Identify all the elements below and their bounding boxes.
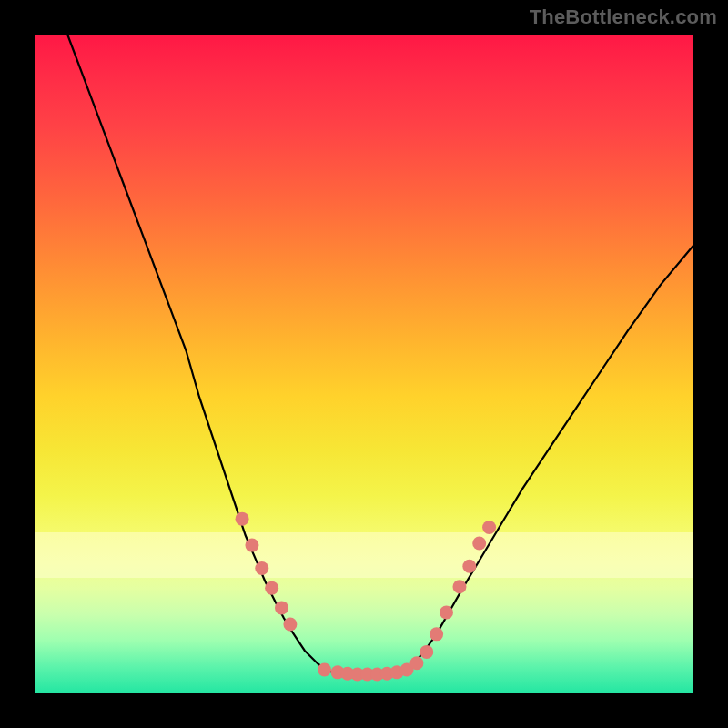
scatter-dot	[245, 539, 258, 552]
curve-left-branch	[67, 35, 340, 673]
plot-area	[35, 35, 693, 693]
scatter-dot	[482, 521, 496, 534]
scatter-dot	[318, 662, 331, 676]
chart-svg	[35, 35, 693, 693]
scatter-dot	[275, 601, 288, 614]
attribution-label: TheBottleneck.com	[530, 5, 717, 29]
scatter-dot	[440, 605, 453, 619]
scatter-dot	[283, 617, 297, 631]
scatter-dot	[452, 580, 466, 593]
scatter-dot	[472, 536, 486, 550]
scatter-dot	[420, 645, 433, 659]
scatter-dot	[462, 560, 476, 573]
scatter-dot	[265, 581, 278, 595]
scatter-dot	[236, 512, 249, 526]
scatter-dot	[430, 627, 443, 641]
scatter-dot	[410, 656, 423, 670]
scatter-dot	[255, 561, 268, 575]
